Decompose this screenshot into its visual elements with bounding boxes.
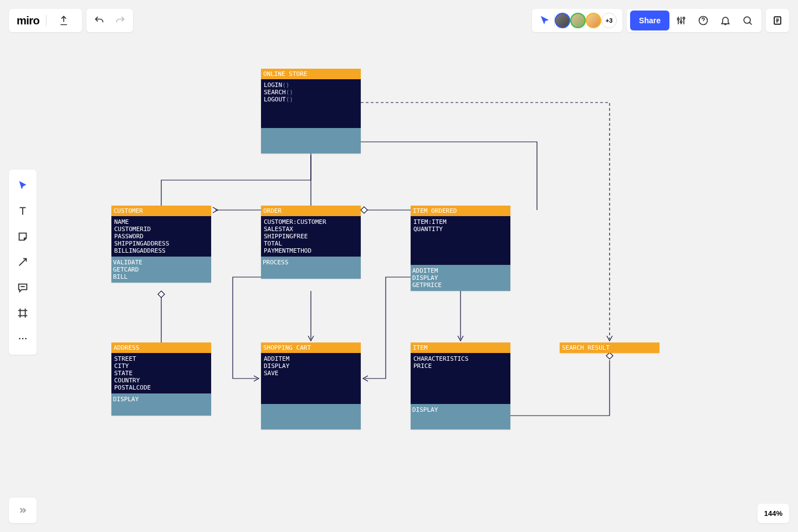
entity-methods	[261, 404, 361, 429]
svg-marker-15	[361, 207, 367, 213]
svg-marker-17	[606, 352, 613, 359]
entity-attrs: CUSTOMER:CUSTOMERSALESTAXSHIPPINGFREETOT…	[261, 216, 361, 257]
entity-order[interactable]: ORDER CUSTOMER:CUSTOMERSALESTAXSHIPPINGF…	[261, 206, 361, 279]
entity-title: ORDER	[261, 206, 361, 216]
entity-title: SHOPPING CART	[261, 342, 361, 353]
entity-address[interactable]: ADDRESS STREETCITYSTATECOUNTRYPOSTALCODE…	[111, 342, 211, 416]
entity-methods	[261, 128, 361, 154]
entity-methods: ADDITEM()DISPLAY()GETPRICE()	[411, 265, 510, 291]
entity-title: CUSTOMER	[111, 206, 211, 216]
entity-attrs: LOGIN()SEARCH()LOGOUT()	[261, 79, 361, 128]
entity-online-store[interactable]: ONLINE STORE LOGIN()SEARCH()LOGOUT()	[261, 69, 361, 154]
entity-attrs: STREETCITYSTATECOUNTRYPOSTALCODE	[111, 353, 211, 393]
entity-title: ITEM ORDERED	[411, 206, 510, 216]
entity-title: ONLINE STORE	[261, 69, 361, 79]
entity-title: SEARCH RESULT	[560, 342, 659, 353]
entity-item-ordered[interactable]: ITEM ORDERED ITEM:ITEMQUANTITY ADDITEM()…	[411, 206, 510, 291]
entity-methods: VALIDATE()GETCARD()BILL()	[111, 257, 211, 283]
entity-attrs: CHARACTERISTICSPRICE	[411, 353, 510, 404]
entity-customer[interactable]: CUSTOMER NAMECUSTOMERIDPASSWORDSHIPPINGA…	[111, 206, 211, 283]
entity-search-result[interactable]: SEARCH RESULT	[560, 342, 659, 353]
entity-attrs: ITEM:ITEMQUANTITY	[411, 216, 510, 265]
entity-title: ADDRESS	[111, 342, 211, 353]
canvas[interactable]: ONLINE STORE LOGIN()SEARCH()LOGOUT() CUS…	[0, 0, 798, 532]
entity-methods: PROCESS()	[261, 257, 361, 279]
entity-attrs: ADDITEMDISPLAYSAVE	[261, 353, 361, 404]
entity-shopping-cart[interactable]: SHOPPING CART ADDITEMDISPLAYSAVE	[261, 342, 361, 429]
entity-title: ITEM	[411, 342, 510, 353]
entity-methods: DISPLAY()	[411, 404, 510, 429]
entity-attrs: NAMECUSTOMERIDPASSWORDSHIPPINGADDRESSBIL…	[111, 216, 211, 257]
entity-methods: DISPLAY()	[111, 393, 211, 416]
svg-marker-16	[158, 291, 165, 298]
entity-item[interactable]: ITEM CHARACTERISTICSPRICE DISPLAY()	[411, 342, 510, 429]
